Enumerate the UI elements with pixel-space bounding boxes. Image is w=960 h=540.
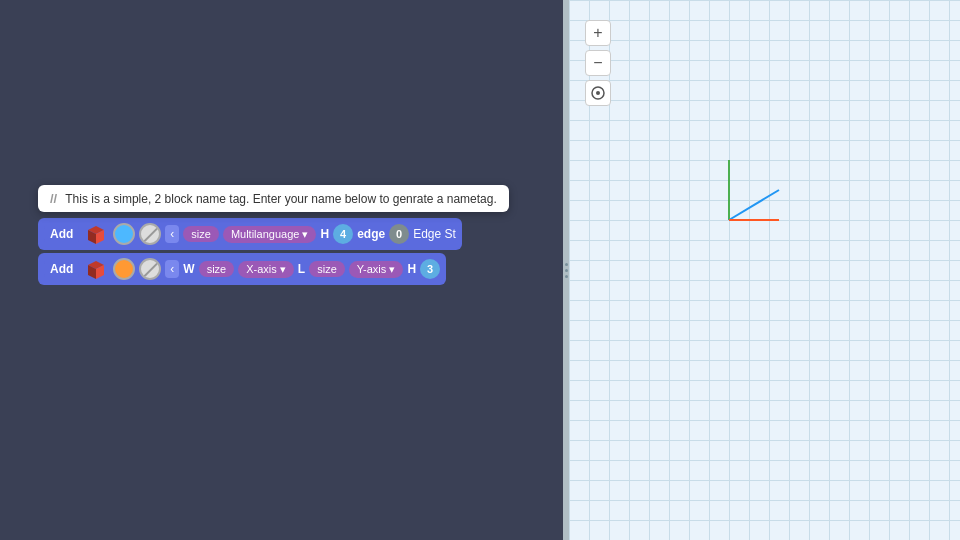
shape-slash-1 (139, 223, 161, 245)
add-button-1[interactable]: Add (44, 225, 79, 243)
h-label-1: H (320, 227, 329, 241)
edge-label-1: edge (357, 227, 385, 241)
axes-svg (669, 140, 789, 260)
size-pill-3: size (309, 261, 345, 277)
num-badge-3: 3 (420, 259, 440, 279)
size-pill-1: size (183, 226, 219, 242)
tooltip-text: This is a simple, 2 block name tag. Ente… (65, 192, 497, 206)
comment-symbol: // (50, 191, 57, 206)
block-row-1: Add ‹ size Multilanguage H 4 edge 0 Edge… (38, 218, 462, 250)
canvas-panel: + − (569, 0, 960, 540)
shape-slash-2 (139, 258, 161, 280)
shape-circle-orange (113, 258, 135, 280)
h-label-2: H (407, 262, 416, 276)
xaxis-dropdown[interactable]: X-axis (238, 261, 294, 278)
yaxis-dropdown[interactable]: Y-axis (349, 261, 404, 278)
chevron-button-1[interactable]: ‹ (165, 225, 179, 243)
left-panel: // This is a simple, 2 block name tag. E… (0, 0, 563, 540)
l-label: L (298, 262, 305, 276)
w-label: W (183, 262, 194, 276)
num-badge-4: 4 (333, 224, 353, 244)
zoom-in-button[interactable]: + (585, 20, 611, 46)
tooltip-box: // This is a simple, 2 block name tag. E… (38, 185, 509, 212)
svg-point-7 (596, 91, 600, 95)
red-block-icon-1 (83, 221, 109, 247)
edge-suffix: Edge St (413, 227, 456, 241)
svg-line-9 (729, 190, 779, 220)
num-badge-0: 0 (389, 224, 409, 244)
size-pill-2: size (199, 261, 235, 277)
zoom-controls: + − (585, 20, 611, 106)
multilanguage-dropdown[interactable]: Multilanguage (223, 226, 317, 243)
zoom-out-button[interactable]: − (585, 50, 611, 76)
chevron-button-2[interactable]: ‹ (165, 260, 179, 278)
shape-circle-1 (113, 223, 135, 245)
divider-handle (565, 263, 568, 278)
block-row-2: Add ‹ W size X-axis L size Y-axis H 3 (38, 253, 446, 285)
red-block-icon-2 (83, 256, 109, 282)
add-button-2[interactable]: Add (44, 260, 79, 278)
compass-button[interactable] (585, 80, 611, 106)
